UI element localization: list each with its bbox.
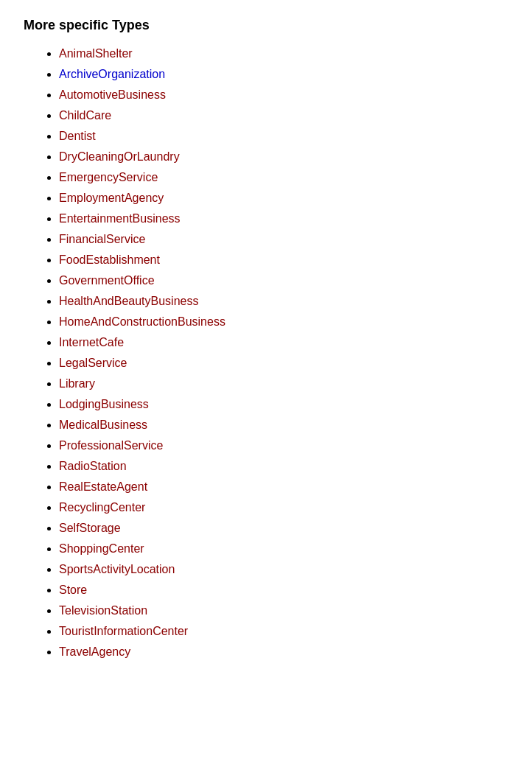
list-item: RadioStation [59,458,508,475]
type-link-store[interactable]: Store [59,584,87,596]
type-link-drycleaningorlaundry[interactable]: DryCleaningOrLaundry [59,150,180,163]
type-link-employmentagency[interactable]: EmploymentAgency [59,192,164,204]
list-item: ArchiveOrganization [59,66,508,83]
types-list: AnimalShelterArchiveOrganizationAutomoti… [24,45,508,661]
list-item: ShoppingCenter [59,540,508,558]
list-item: TelevisionStation [59,602,508,620]
section-heading: More specific Types [24,18,508,33]
type-link-childcare[interactable]: ChildCare [59,109,111,122]
list-item: AnimalShelter [59,45,508,63]
type-link-legalservice[interactable]: LegalService [59,357,127,369]
type-link-library[interactable]: Library [59,377,95,390]
type-link-realestateagent[interactable]: RealEstateAgent [59,480,147,493]
list-item: HealthAndBeautyBusiness [59,293,508,310]
list-item: HomeAndConstructionBusiness [59,313,508,331]
type-link-entertainmentbusiness[interactable]: EntertainmentBusiness [59,212,181,225]
type-link-professionalservice[interactable]: ProfessionalService [59,439,163,452]
type-link-internetcafe[interactable]: InternetCafe [59,336,124,349]
list-item: Library [59,375,508,393]
list-item: EmploymentAgency [59,189,508,207]
list-item: RecyclingCenter [59,499,508,516]
list-item: DryCleaningOrLaundry [59,148,508,166]
list-item: GovernmentOffice [59,272,508,290]
list-item: AutomotiveBusiness [59,86,508,104]
list-item: EntertainmentBusiness [59,210,508,228]
type-link-governmentoffice[interactable]: GovernmentOffice [59,274,155,287]
type-link-sportsactivitylocation[interactable]: SportsActivityLocation [59,563,175,575]
list-item: Store [59,581,508,599]
type-link-touristinformationcenter[interactable]: TouristInformationCenter [59,625,188,637]
type-link-emergencyservice[interactable]: EmergencyService [59,171,158,183]
type-link-shoppingcenter[interactable]: ShoppingCenter [59,542,144,555]
type-link-automotivebusiness[interactable]: AutomotiveBusiness [59,88,166,101]
list-item: TouristInformationCenter [59,623,508,640]
list-item: RealEstateAgent [59,478,508,496]
list-item: LegalService [59,354,508,372]
list-item: TravelAgency [59,643,508,661]
list-item: LodgingBusiness [59,396,508,413]
list-item: Dentist [59,127,508,145]
list-item: EmergencyService [59,169,508,186]
type-link-lodgingbusiness[interactable]: LodgingBusiness [59,398,149,410]
type-link-homeandconstructionbusiness[interactable]: HomeAndConstructionBusiness [59,315,225,328]
list-item: ProfessionalService [59,437,508,455]
list-item: MedicalBusiness [59,416,508,434]
list-item: InternetCafe [59,334,508,351]
type-link-financialservice[interactable]: FinancialService [59,233,145,245]
type-link-dentist[interactable]: Dentist [59,130,96,142]
list-item: ChildCare [59,107,508,125]
type-link-foodestablishment[interactable]: FoodEstablishment [59,253,160,266]
type-link-travelagency[interactable]: TravelAgency [59,645,130,658]
type-link-medicalbusiness[interactable]: MedicalBusiness [59,418,147,431]
type-link-recyclingcenter[interactable]: RecyclingCenter [59,501,145,514]
type-link-radiostation[interactable]: RadioStation [59,460,127,472]
type-link-healthandbeautybusiness[interactable]: HealthAndBeautyBusiness [59,295,198,307]
list-item: FinancialService [59,231,508,248]
type-link-televisionstation[interactable]: TelevisionStation [59,604,147,617]
type-link-archiveorganization[interactable]: ArchiveOrganization [59,68,165,80]
list-item: SportsActivityLocation [59,561,508,578]
list-item: FoodEstablishment [59,251,508,269]
list-item: SelfStorage [59,519,508,537]
type-link-selfstorage[interactable]: SelfStorage [59,522,121,534]
type-link-animalshelter[interactable]: AnimalShelter [59,47,133,60]
